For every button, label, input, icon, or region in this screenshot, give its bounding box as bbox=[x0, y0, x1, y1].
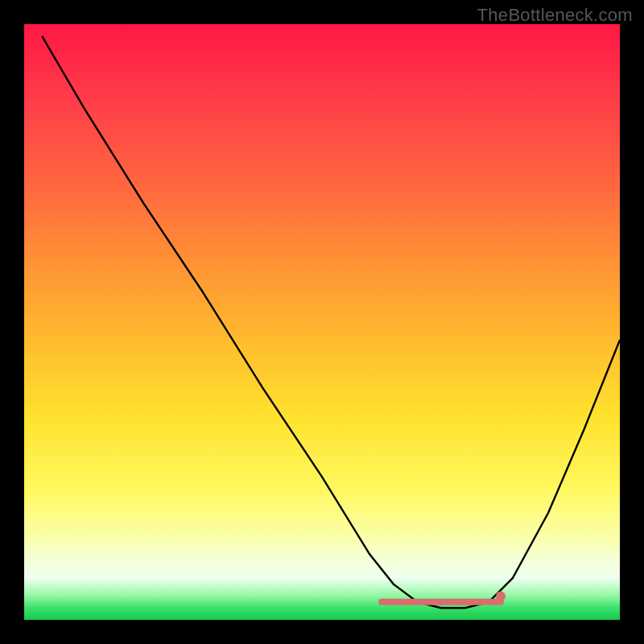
marker-dot bbox=[496, 591, 506, 601]
watermark-text: TheBottleneck.com bbox=[477, 5, 633, 26]
plot-area bbox=[24, 24, 620, 620]
marker-layer bbox=[24, 24, 620, 620]
chart-frame: TheBottleneck.com bbox=[0, 0, 644, 644]
